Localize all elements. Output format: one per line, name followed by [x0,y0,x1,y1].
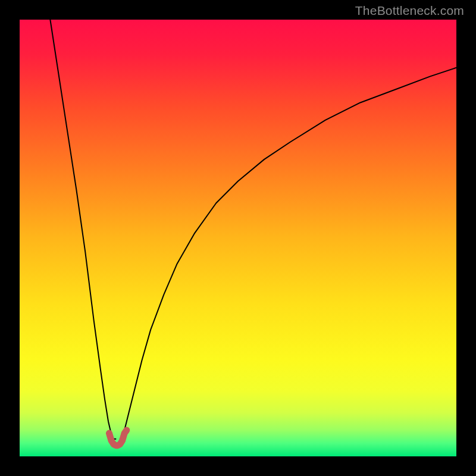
chart-frame: TheBottleneck.com [0,0,476,476]
series-minimum-marker [109,430,126,446]
watermark-text: TheBottleneck.com [355,4,464,18]
chart-lines [20,20,456,456]
plot-area [20,20,456,456]
series-left-branch [50,20,115,439]
series-right-branch [120,68,456,439]
